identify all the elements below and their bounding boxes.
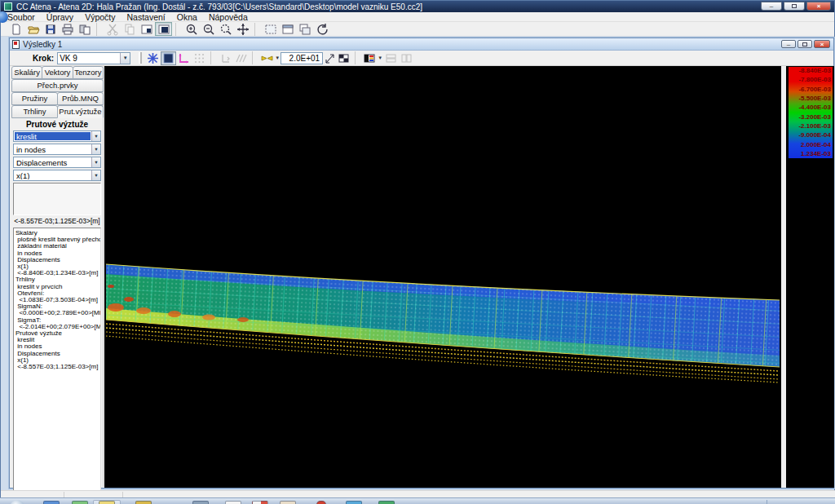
window-title: CC Atena - Atena 2D: Hala Pražan (Ing. D… [16, 2, 422, 11]
save-button[interactable] [42, 22, 59, 36]
summary-line: <-8.557E-03;1.125E-03>[m] [15, 364, 100, 370]
results-close-button[interactable]: × [814, 40, 830, 48]
taskbar-app-icon[interactable] [346, 501, 362, 504]
hatch-icon [235, 52, 247, 64]
cut-button [104, 22, 121, 36]
menu-item[interactable]: Úpravy [46, 12, 73, 22]
status-cell [123, 492, 835, 497]
start-button-icon[interactable] [10, 500, 24, 504]
taskbar-app-icon[interactable] [135, 501, 152, 504]
zoom-in-icon [185, 23, 198, 36]
step-value: VK 9 [60, 54, 120, 63]
menu-item[interactable]: Nastavení [126, 12, 165, 22]
grid-dots-icon [193, 52, 205, 64]
taskbar-app-icon[interactable] [225, 501, 241, 504]
palette-button[interactable]: ▼ [362, 51, 383, 65]
step-combobox[interactable]: VK 9 ▼ [57, 52, 130, 64]
print-preview-icon [78, 23, 91, 36]
menu-item[interactable]: Výpočty [85, 12, 115, 22]
results-window: Výsledky 1 – × Krok: VK 9 ▼ [9, 38, 834, 489]
chevron-down-icon[interactable]: ▼ [91, 144, 100, 154]
axes-button[interactable] [176, 51, 192, 65]
toolbar-separator [175, 23, 181, 36]
window-zoom-region-button[interactable] [262, 22, 279, 36]
results-summary-box[interactable]: Skaláry plošně kreslit barevný přechod z… [13, 228, 101, 502]
item-listbox[interactable] [13, 183, 101, 215]
crack-filter-button[interactable]: ▼ [259, 51, 281, 65]
tab-vektory[interactable]: Vektory [42, 66, 73, 79]
taskbar-app-icon[interactable] [43, 501, 60, 504]
tab-prech-prvky[interactable]: Přech.prvky [11, 79, 104, 92]
taskbar-app-icon[interactable] [378, 501, 395, 504]
component-combobox[interactable]: x(1) ▼ [13, 170, 101, 181]
menu-item[interactable]: Soubor [7, 12, 35, 22]
menu-item[interactable]: Nápověda [209, 12, 248, 22]
zoom-extents-button[interactable] [217, 22, 234, 36]
mesh-toggle-button[interactable] [145, 51, 161, 65]
new-file-button[interactable] [7, 22, 24, 36]
results-minimize-button[interactable]: – [781, 40, 796, 48]
solid-square-icon [162, 52, 175, 64]
chevron-down-icon[interactable]: ▼ [91, 157, 100, 167]
results-restore-button[interactable] [797, 40, 812, 48]
menu-item[interactable]: Okna [177, 12, 197, 22]
minimize-button[interactable]: – [761, 2, 782, 11]
tab-skalary[interactable]: Skaláry [11, 66, 42, 79]
taskbar[interactable] [0, 497, 835, 504]
fe-beam-visualization [104, 66, 781, 488]
open-file-button[interactable] [24, 22, 42, 36]
new-file-icon [10, 23, 23, 36]
tab-tenzory[interactable]: Tenzory [73, 66, 104, 79]
pan-arrows-icon [236, 23, 250, 36]
quantity-combobox[interactable]: Displacements ▼ [13, 157, 101, 168]
layout-b-button [399, 51, 414, 65]
draw-mode-combobox[interactable]: kreslit ▼ [13, 130, 101, 142]
redraw-button[interactable] [313, 22, 330, 36]
title-bar[interactable]: CC Atena - Atena 2D: Hala Pražan (Ing. D… [1, 1, 834, 12]
solid-view-button[interactable] [161, 51, 176, 65]
view-normal-icon [140, 23, 153, 36]
window-cascade-button[interactable] [279, 22, 296, 36]
taskbar-app-icon[interactable] [252, 501, 268, 504]
mesh-star-icon [147, 52, 159, 64]
axis-down-icon [219, 52, 232, 64]
tab-prut-vyztuze[interactable]: Prut.výztuže [57, 105, 104, 118]
pattern-button[interactable] [336, 51, 351, 65]
main-toolbar [1, 22, 834, 37]
color-scale-strip: -8.840E-03-7.800E-03-6.700E-03-5.500E-03… [786, 66, 834, 488]
pan-button[interactable] [234, 22, 251, 36]
checker-icon [338, 52, 350, 64]
zoom-extents-icon [219, 23, 232, 36]
desktop: CC Atena - Atena 2D: Hala Pražan (Ing. D… [0, 0, 835, 504]
taskbar-app-icon[interactable] [72, 501, 88, 504]
restore-button[interactable] [784, 2, 805, 11]
results-title-bar[interactable]: Výsledky 1 – × [10, 38, 833, 51]
chevron-down-icon[interactable]: ▼ [91, 131, 100, 141]
refresh-icon [316, 23, 329, 36]
scissors-icon [106, 23, 119, 36]
scale-spinner[interactable] [323, 51, 336, 65]
view-dark-button[interactable] [155, 22, 172, 36]
chevron-down-icon: ▼ [378, 55, 382, 60]
tab-prub-mnq[interactable]: Průb.MNQ [57, 92, 104, 105]
chevron-down-icon[interactable]: ▼ [91, 170, 100, 180]
taskbar-app-icon[interactable] [192, 501, 209, 504]
taskbar-app-icon[interactable] [316, 501, 326, 504]
location-combobox[interactable]: in nodes ▼ [13, 144, 101, 155]
zoom-in-button[interactable] [183, 22, 200, 36]
print-button[interactable] [59, 22, 76, 36]
model-canvas[interactable] [104, 66, 781, 488]
close-button[interactable]: × [806, 2, 831, 11]
tab-trhliny[interactable]: Trhliny [11, 105, 58, 118]
taskbar-app-icon[interactable] [280, 501, 296, 504]
zoom-out-button[interactable] [200, 22, 217, 36]
window-tile-button[interactable] [296, 22, 313, 36]
view-normal-button[interactable] [138, 22, 155, 36]
tab-pruziny[interactable]: Pružiny [11, 92, 58, 105]
print-preview-button[interactable] [76, 22, 93, 36]
cascade-windows-icon [281, 23, 294, 36]
taskbar-app-icon[interactable] [99, 501, 115, 504]
scale-factor-input[interactable] [281, 52, 323, 64]
chevron-down-icon[interactable]: ▼ [120, 53, 130, 64]
app-icon [4, 2, 12, 11]
